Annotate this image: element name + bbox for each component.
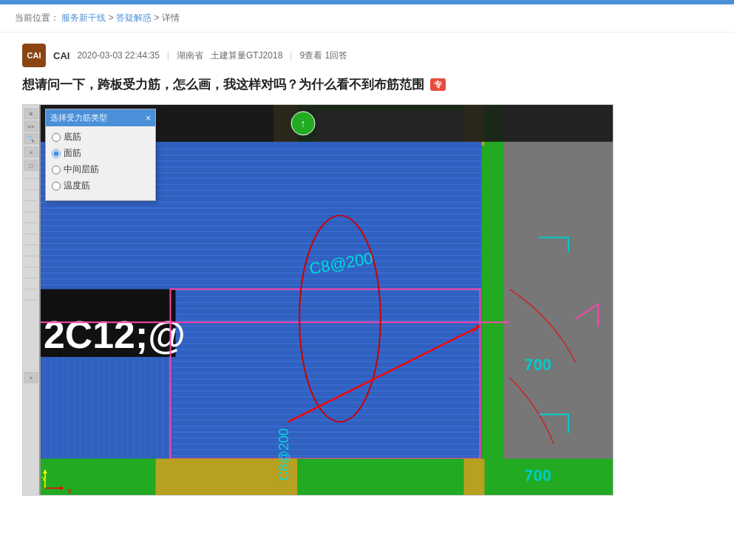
radio-face[interactable] [52, 149, 61, 158]
svg-text:2C12;@: 2C12;@ [44, 313, 186, 356]
radio-label-1: 面筋 [64, 147, 81, 160]
svg-text:>>: >> [27, 123, 35, 130]
radio-option-3[interactable]: 温度筋 [52, 180, 149, 192]
breadcrumb-item-1[interactable]: 服务新干线 [61, 13, 106, 23]
svg-text:🔍: 🔍 [27, 135, 35, 143]
radio-option-0[interactable]: 底筋 [52, 131, 149, 143]
content-area: CAI CAI 2020-03-03 22:44:35 | 湖南省 土建算量GT… [0, 33, 734, 507]
dialog-title-bar: 选择受力筋类型 × [46, 109, 155, 126]
svg-text:700: 700 [524, 466, 551, 485]
breadcrumb-sep-2: > [154, 13, 161, 23]
breadcrumb: 当前位置： 服务新干线 > 答疑解惑 > 详情 [0, 4, 734, 33]
cad-container: 2C12;@ ↑ [22, 104, 614, 496]
svg-text:□: □ [30, 163, 33, 169]
svg-rect-92 [464, 459, 485, 496]
avatar: CAI [22, 44, 46, 67]
breadcrumb-item-2[interactable]: 答疑解惑 [116, 13, 152, 23]
svg-text:Y: Y [41, 474, 47, 482]
svg-rect-105 [39, 105, 41, 496]
radio-temp[interactable] [52, 182, 61, 191]
svg-rect-62 [39, 355, 172, 459]
radio-label-3: 温度筋 [64, 180, 90, 192]
svg-text:×: × [30, 150, 33, 155]
post-title-text: 想请问一下，跨板受力筋，怎么画，我这样对吗？为什么看不到布筋范围 [22, 76, 424, 93]
post-stats: 9查看 1回答 [299, 49, 347, 62]
svg-text:C8@200: C8@200 [276, 428, 291, 481]
breadcrumb-item-3: 详情 [162, 13, 180, 23]
dialog-content: 底筋 面筋 中间层筋 温度筋 [46, 126, 155, 200]
post-region: 湖南省 [177, 49, 203, 62]
dialog-close-button[interactable]: × [146, 114, 151, 123]
svg-rect-5 [503, 105, 613, 496]
dialog-title: 选择受力筋类型 [50, 112, 107, 123]
author-name: CAI [53, 50, 69, 61]
radio-option-1[interactable]: 面筋 [52, 147, 149, 160]
svg-rect-4 [480, 105, 503, 496]
svg-text:×: × [30, 375, 33, 380]
meta-divider-1: | [167, 50, 169, 61]
post-title: 想请问一下，跨板受力筋，怎么画，我这样对吗？为什么看不到布筋范围 专 [22, 76, 712, 93]
radio-bottom[interactable] [52, 133, 61, 142]
expert-badge: 专 [430, 78, 446, 91]
post-meta: CAI CAI 2020-03-03 22:44:35 | 湖南省 土建算量GT… [22, 44, 712, 67]
svg-text:≡: ≡ [30, 111, 33, 117]
page-wrapper: 当前位置： 服务新干线 > 答疑解惑 > 详情 CAI CAI 2020-03-… [0, 4, 734, 560]
radio-label-2: 中间层筋 [64, 163, 99, 176]
radio-label-0: 底筋 [64, 131, 81, 143]
radio-option-2[interactable]: 中间层筋 [52, 163, 149, 176]
dialog-box: 选择受力筋类型 × 底筋 面筋 中间层筋 [45, 109, 156, 201]
breadcrumb-prefix: 当前位置： [15, 13, 59, 23]
svg-text:↑: ↑ [301, 117, 306, 129]
post-date: 2020-03-03 22:44:35 [77, 50, 159, 61]
meta-divider-2: | [290, 50, 292, 61]
radio-middle[interactable] [52, 165, 61, 174]
breadcrumb-sep-1: > [109, 13, 116, 23]
post-software: 土建算量GTJ2018 [211, 49, 282, 62]
svg-text:X: X [67, 487, 72, 495]
svg-text:700: 700 [524, 355, 551, 374]
